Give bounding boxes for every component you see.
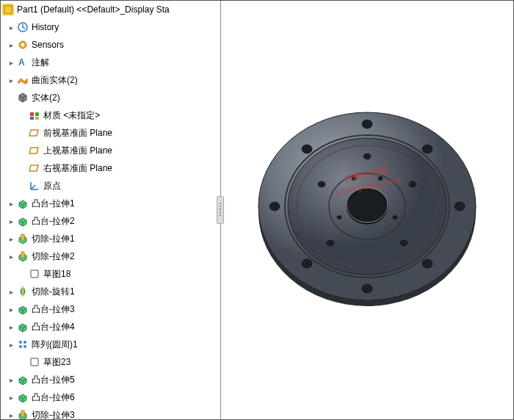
tree-item-label: 切除-拉伸2	[32, 250, 75, 263]
svg-rect-9	[21, 234, 24, 240]
svg-point-41	[400, 240, 408, 246]
svg-point-44	[393, 216, 397, 220]
expand-toggle[interactable]: ▸	[7, 305, 15, 314]
tree-root[interactable]: Part1 (Default) <<Default>_Display Sta	[1, 1, 220, 18]
tree-item-6[interactable]: 前视基准面 Plane	[1, 124, 220, 142]
expand-toggle[interactable]: ▸	[7, 340, 15, 349]
svg-rect-6	[35, 112, 39, 116]
svg-point-39	[363, 153, 371, 159]
svg-point-42	[327, 240, 334, 246]
svg-rect-10	[21, 252, 24, 258]
tree-item-5[interactable]: 材质 <未指定>	[1, 106, 220, 124]
tree-item-label: 凸台-拉伸5	[32, 374, 75, 386]
sketch-icon	[29, 356, 40, 368]
svg-point-14	[23, 341, 26, 344]
boss-icon	[17, 215, 29, 227]
root-label: Part1 (Default) <<Default>_Display Sta	[17, 4, 170, 15]
tree-item-1[interactable]: ▸Sensors	[1, 36, 220, 54]
flange-part[interactable]	[253, 100, 481, 320]
history-icon	[17, 21, 29, 33]
expand-toggle[interactable]: ▸	[7, 23, 15, 32]
tree-item-4[interactable]: 实体(2)	[1, 89, 220, 106]
expand-toggle[interactable]: ▸	[7, 252, 15, 261]
expand-toggle[interactable]: ▸	[7, 322, 15, 331]
expand-toggle[interactable]: ▸	[7, 410, 15, 419]
svg-rect-7	[30, 117, 34, 120]
tree-item-11[interactable]: ▸凸台-拉伸2	[1, 212, 220, 230]
tree-item-17[interactable]: ▸凸台-拉伸4	[1, 318, 220, 336]
svg-rect-11	[31, 270, 38, 278]
surface-icon	[17, 74, 29, 86]
tree-item-18[interactable]: ▸阵列(圆周)1	[1, 336, 220, 353]
expand-toggle[interactable]: ▸	[7, 287, 15, 296]
tree-item-0[interactable]: ▸History	[1, 18, 220, 36]
tree-item-label: 右视基准面 Plane	[43, 162, 112, 175]
expand-toggle[interactable]: ▸	[7, 375, 15, 384]
svg-point-43	[318, 181, 325, 187]
expand-toggle	[18, 146, 27, 155]
tree-item-label: 凸台-拉伸6	[32, 391, 75, 404]
tree-item-label: 曲面实体(2)	[32, 74, 78, 87]
tree-item-9[interactable]: 原点	[1, 177, 220, 195]
feature-tree-panel[interactable]: Part1 (Default) <<Default>_Display Sta ▸…	[1, 1, 221, 419]
pattern-icon	[17, 338, 29, 350]
tree-item-2[interactable]: ▸A注解	[1, 54, 220, 71]
tree-item-8[interactable]: 右视基准面 Plane	[1, 159, 220, 177]
part-icon	[2, 4, 14, 15]
cut-icon	[17, 250, 29, 262]
3d-viewport[interactable]: 机械时代网 www.jxage.com	[221, 1, 513, 419]
expand-toggle[interactable]: ▸	[7, 40, 15, 49]
tree-item-7[interactable]: 上视基准面 Plane	[1, 142, 220, 159]
svg-point-16	[23, 345, 26, 348]
expand-toggle	[18, 269, 27, 278]
tree-item-3[interactable]: ▸曲面实体(2)	[1, 71, 220, 89]
svg-rect-17	[31, 358, 38, 366]
svg-text:A: A	[18, 57, 25, 68]
tree-item-label: 切除-旋转1	[32, 286, 75, 298]
tree-item-13[interactable]: ▸切除-拉伸2	[1, 247, 220, 265]
expand-toggle[interactable]: ▸	[7, 58, 15, 67]
boss-icon	[17, 303, 29, 315]
svg-point-38	[302, 145, 312, 153]
svg-point-32	[422, 145, 432, 153]
panel-resize-sash[interactable]	[217, 196, 224, 224]
expand-toggle[interactable]: ▸	[7, 217, 15, 225]
expand-toggle[interactable]: ▸	[7, 234, 15, 243]
expand-toggle	[18, 358, 27, 366]
tree-item-label: 草图18	[43, 268, 70, 280]
tree-item-15[interactable]: ▸切除-旋转1	[1, 283, 220, 300]
tree-item-16[interactable]: ▸凸台-拉伸3	[1, 300, 220, 318]
boss-icon	[17, 321, 29, 333]
plane-icon	[29, 145, 40, 156]
tree-item-19[interactable]: 草图23	[1, 353, 220, 371]
tree-item-12[interactable]: ▸切除-拉伸1	[1, 230, 220, 247]
tree-item-label: 材质 <未指定>	[43, 109, 100, 122]
origin-icon	[29, 180, 40, 192]
material-icon	[29, 109, 40, 121]
expand-toggle[interactable]: ▸	[7, 393, 15, 402]
expand-toggle[interactable]: ▸	[7, 76, 15, 84]
svg-point-13	[19, 341, 22, 344]
tree-item-10[interactable]: ▸凸台-拉伸1	[1, 195, 220, 212]
tree-item-20[interactable]: ▸凸台-拉伸5	[1, 371, 220, 388]
plane-icon	[29, 162, 40, 174]
tree-item-label: 注解	[32, 57, 49, 69]
boss-icon	[17, 198, 29, 209]
svg-point-40	[409, 181, 416, 187]
expand-toggle[interactable]: ▸	[7, 199, 15, 208]
tree-item-22[interactable]: ▸切除-拉伸3	[1, 406, 220, 419]
svg-point-15	[19, 345, 22, 348]
tree-item-21[interactable]: ▸凸台-拉伸6	[1, 388, 220, 406]
tree-item-label: 凸台-拉伸1	[32, 198, 75, 210]
tree-item-label: 上视基准面 Plane	[43, 145, 112, 157]
cut-icon	[17, 233, 29, 245]
svg-point-29	[347, 189, 388, 224]
svg-point-35	[362, 284, 372, 293]
tree-item-label: 原点	[43, 180, 61, 192]
boss-icon	[17, 374, 29, 385]
plane-icon	[29, 127, 40, 139]
tree-item-14[interactable]: 草图18	[1, 265, 220, 283]
svg-point-37	[269, 202, 280, 211]
annotation-icon: A	[17, 57, 29, 68]
svg-point-34	[422, 259, 432, 268]
